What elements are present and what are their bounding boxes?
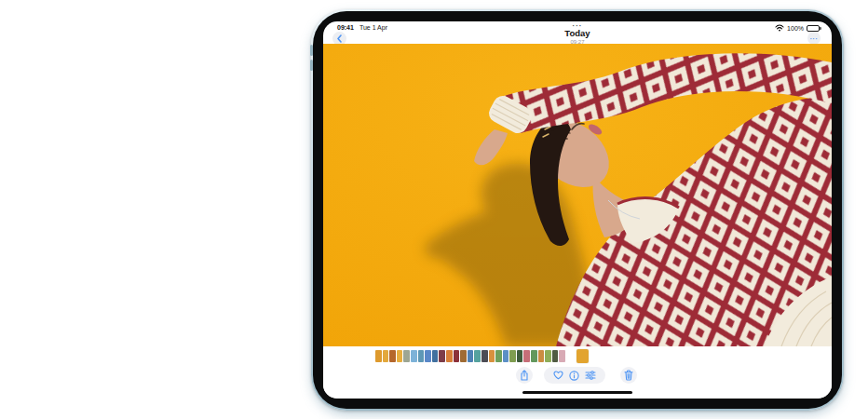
thumbnail-selected[interactable] bbox=[576, 349, 589, 363]
thumbnail[interactable] bbox=[418, 350, 425, 362]
share-icon bbox=[520, 370, 529, 381]
favorite-button[interactable] bbox=[553, 371, 563, 380]
thumbnail[interactable] bbox=[481, 350, 488, 362]
thumbnail[interactable] bbox=[545, 350, 551, 362]
thumbnail[interactable] bbox=[517, 350, 523, 362]
thumbnail[interactable] bbox=[468, 350, 474, 362]
thumbnail[interactable] bbox=[454, 350, 460, 362]
thumbnail[interactable] bbox=[403, 350, 410, 362]
thumbnail[interactable] bbox=[495, 350, 502, 362]
thumbnail[interactable] bbox=[425, 350, 431, 362]
photo-actions-group bbox=[544, 367, 605, 384]
thumbnail[interactable] bbox=[432, 350, 439, 362]
page-title: Today bbox=[323, 29, 832, 39]
thumbnail[interactable] bbox=[474, 350, 481, 362]
thumbnail[interactable] bbox=[523, 350, 530, 362]
thumbnail[interactable] bbox=[446, 350, 453, 362]
bottom-bar bbox=[323, 346, 832, 399]
thumbnail[interactable] bbox=[538, 350, 545, 362]
thumbnail[interactable] bbox=[509, 350, 516, 362]
thumbnail[interactable] bbox=[383, 350, 389, 362]
thumbnail[interactable] bbox=[489, 350, 495, 362]
delete-button[interactable] bbox=[620, 367, 637, 384]
thumbnail[interactable] bbox=[531, 350, 537, 362]
ellipsis-icon: ··· bbox=[810, 35, 819, 42]
thumbnail[interactable] bbox=[460, 350, 467, 362]
ipad-device: 09:41 Tue 1 Apr ··· 100% bbox=[311, 9, 844, 411]
thumbnail[interactable] bbox=[389, 350, 396, 362]
thumbnail[interactable] bbox=[397, 350, 403, 362]
thumbnail[interactable] bbox=[552, 350, 559, 362]
thumbnail[interactable] bbox=[503, 350, 509, 362]
thumbnail[interactable] bbox=[559, 350, 565, 362]
thumbnail[interactable] bbox=[411, 350, 417, 362]
thumbnail[interactable] bbox=[375, 350, 382, 362]
adjust-button[interactable] bbox=[585, 371, 596, 380]
home-indicator[interactable] bbox=[522, 391, 632, 395]
thumbnail-strip[interactable] bbox=[375, 350, 565, 362]
more-options-button[interactable]: ··· bbox=[807, 32, 821, 45]
photo-viewer[interactable] bbox=[323, 44, 832, 346]
photo-illustration bbox=[323, 44, 832, 346]
thumbnail[interactable] bbox=[439, 350, 445, 362]
info-button[interactable] bbox=[569, 371, 579, 381]
trash-icon bbox=[624, 370, 633, 381]
photo-toolbar bbox=[323, 366, 832, 385]
photos-app-screen: 09:41 Tue 1 Apr ··· 100% bbox=[323, 21, 832, 399]
share-button[interactable] bbox=[516, 367, 533, 384]
